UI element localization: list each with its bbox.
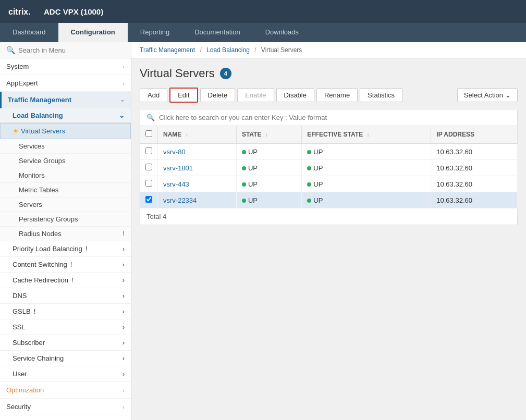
table-search-input[interactable]: [159, 114, 511, 121]
breadcrumb-virtual-servers: Virtual Servers: [261, 46, 302, 54]
sidebar-item-content-switching-label: Content Switching: [13, 261, 67, 268]
row-checkbox[interactable]: [145, 180, 152, 187]
star-icon: ★: [13, 128, 18, 134]
sidebar-item-optimization[interactable]: Optimization ›: [0, 382, 131, 399]
sidebar-item-persistency-groups[interactable]: Persistency Groups: [0, 212, 131, 227]
toolbar: Add Edit Delete Enable Disable Rename St…: [140, 88, 518, 103]
edit-button[interactable]: Edit: [169, 88, 198, 103]
count-badge: 4: [220, 68, 231, 79]
sidebar-item-service-groups[interactable]: Service Groups: [0, 154, 131, 168]
row-name: vsrv-80: [158, 143, 237, 160]
breadcrumb-sep-1: /: [200, 46, 201, 54]
row-name: vsrv-443: [158, 176, 237, 192]
chevron-right-icon: ›: [123, 404, 125, 410]
sidebar-item-content-switching[interactable]: Content Switching ! ›: [0, 257, 131, 273]
sort-icon: ↕: [367, 132, 370, 138]
statistics-button[interactable]: Statistics: [360, 88, 402, 102]
sidebar-item-metric-tables[interactable]: Metric Tables: [0, 183, 131, 197]
chevron-right-icon: ›: [123, 307, 125, 315]
table-row[interactable]: vsrv-22334UPUP10.63.32.60: [140, 192, 518, 208]
sidebar-item-traffic-management[interactable]: Traffic Management ⌄: [0, 92, 131, 108]
select-action-button[interactable]: Select Action ⌄: [457, 88, 518, 102]
tab-configuration[interactable]: Configuration: [58, 23, 128, 42]
row-state: UP: [236, 160, 301, 176]
sidebar-item-radius-nodes[interactable]: Radius Nodes !: [0, 227, 131, 241]
breadcrumb: Traffic Management / Load Balancing / Vi…: [131, 42, 526, 58]
sidebar-item-services[interactable]: Services: [0, 139, 131, 154]
sidebar-item-gslb[interactable]: GSLB ! ›: [0, 304, 131, 319]
sidebar-item-cache-redirection[interactable]: Cache Redirection ! ›: [0, 273, 131, 288]
table-row[interactable]: vsrv-443UPUP10.63.32.60: [140, 176, 518, 192]
sidebar: 🔍 System › AppExpert › Traffic Managemen…: [0, 42, 131, 420]
search-icon: 🔍: [146, 114, 155, 121]
breadcrumb-load-balancing[interactable]: Load Balancing: [206, 46, 250, 54]
rename-button[interactable]: Rename: [316, 88, 358, 102]
tab-documentation[interactable]: Documentation: [182, 23, 252, 42]
total-row: Total 4: [140, 208, 518, 225]
chevron-right-icon: ›: [123, 261, 125, 268]
sidebar-item-radius-nodes-label: Radius Nodes: [19, 230, 62, 238]
sidebar-item-dns[interactable]: DNS ›: [0, 288, 131, 304]
chevron-down-icon: ⌄: [505, 91, 511, 99]
table-row[interactable]: vsrv-1801UPUP10.63.32.60: [140, 160, 518, 176]
table-header-state: STATE ↕: [236, 126, 301, 143]
brand: citrix. ADC VPX (1000): [8, 5, 103, 18]
sidebar-item-ssl[interactable]: SSL ›: [0, 319, 131, 335]
sidebar-item-subscriber[interactable]: Subscriber ›: [0, 335, 131, 351]
sidebar-item-virtual-servers[interactable]: ★ Virtual Servers: [0, 123, 131, 139]
page-content: Virtual Servers 4 Add Edit Delete Enable…: [131, 58, 526, 233]
sidebar-item-load-balancing[interactable]: Load Balancing ⌄: [0, 108, 131, 123]
status-dot-up: [242, 166, 246, 170]
breadcrumb-traffic-management[interactable]: Traffic Management: [140, 46, 195, 54]
sort-icon: ↕: [265, 132, 268, 138]
sidebar-item-service-chaining[interactable]: Service Chaining ›: [0, 351, 131, 366]
search-input[interactable]: [18, 46, 125, 54]
sidebar-item-metric-tables-label: Metric Tables: [19, 186, 58, 194]
chevron-right-icon: ›: [123, 354, 125, 362]
sidebar-item-servers[interactable]: Servers: [0, 197, 131, 212]
sidebar-item-monitors[interactable]: Monitors: [0, 168, 131, 183]
tab-downloads[interactable]: Downloads: [253, 23, 311, 42]
disable-button[interactable]: Disable: [276, 88, 314, 102]
status-dot-up: [242, 150, 246, 154]
row-checkbox[interactable]: [145, 196, 152, 203]
tab-dashboard[interactable]: Dashboard: [0, 23, 58, 42]
chevron-right-icon: ›: [123, 387, 125, 393]
total-label: Total: [146, 213, 161, 220]
delete-button[interactable]: Delete: [200, 88, 236, 102]
chevron-right-icon: ›: [123, 245, 125, 253]
chevron-right-icon: ›: [123, 64, 125, 70]
table-search-bar[interactable]: 🔍: [140, 109, 518, 126]
row-checkbox[interactable]: [145, 147, 152, 154]
sidebar-item-optimization-label: Optimization: [6, 386, 44, 394]
sidebar-item-system[interactable]: System ›: [0, 58, 131, 75]
table-header-effective-state: EFFECTIVE STATE ↕: [302, 126, 431, 143]
search-icon: 🔍: [6, 46, 15, 54]
row-effective-state: UP: [302, 160, 431, 176]
select-all-checkbox[interactable]: [145, 130, 152, 137]
warn-badge-cache-redirection: !: [71, 276, 74, 284]
warn-badge-content-switching: !: [70, 261, 72, 268]
sidebar-item-persistency-groups-label: Persistency Groups: [19, 215, 78, 223]
tab-reporting[interactable]: Reporting: [128, 23, 182, 42]
chevron-right-icon: ›: [123, 339, 125, 347]
table-row[interactable]: vsrv-80UPUP10.63.32.60: [140, 143, 518, 160]
sidebar-search-box[interactable]: 🔍: [0, 42, 131, 58]
row-checkbox[interactable]: [145, 164, 152, 170]
enable-button[interactable]: Enable: [237, 88, 274, 102]
sidebar-item-security[interactable]: Security ›: [0, 399, 131, 415]
row-name: vsrv-1801: [158, 160, 237, 176]
row-state: UP: [236, 176, 301, 192]
row-checkbox-cell: [140, 192, 158, 208]
main-layout: 🔍 System › AppExpert › Traffic Managemen…: [0, 42, 526, 420]
sidebar-item-traffic-management-label: Traffic Management: [8, 96, 71, 104]
warn-badge-radius: !: [123, 230, 125, 238]
sidebar-item-user[interactable]: User ›: [0, 366, 131, 382]
add-button[interactable]: Add: [140, 88, 167, 102]
sidebar-item-system-label: System: [6, 63, 29, 70]
table-header-name: NAME ↕: [158, 126, 237, 143]
total-count-val: 4: [163, 213, 166, 220]
sidebar-item-appexpert[interactable]: AppExpert ›: [0, 75, 131, 92]
status-dot-up: [242, 199, 246, 203]
sidebar-item-priority-lb[interactable]: Priority Load Balancing ! ›: [0, 241, 131, 257]
